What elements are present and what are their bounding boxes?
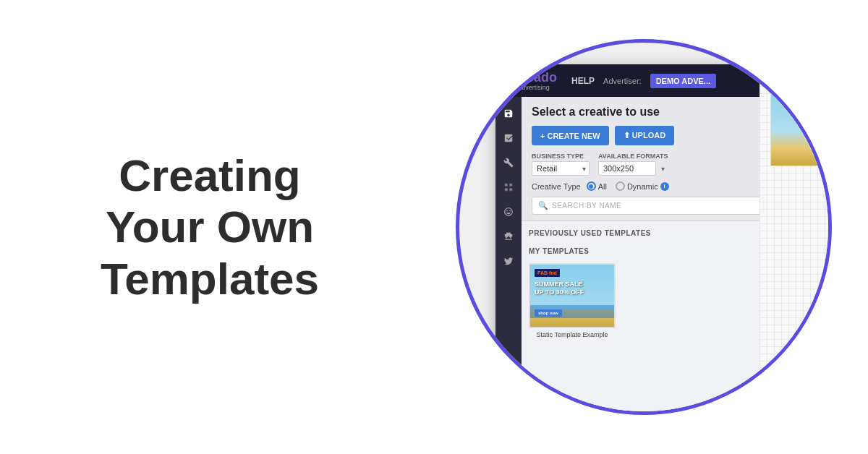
- static-badge: Static: [805, 64, 825, 74]
- search-placeholder: SEARCH BY NAME: [552, 202, 621, 210]
- nav-links: HELP: [571, 76, 595, 86]
- logo-block: adacado DIY advertising: [504, 70, 557, 91]
- left-section: Creating Your Own Templates: [0, 0, 420, 454]
- sidebar-twitter-icon[interactable]: [498, 250, 519, 272]
- sale-line1: SUMMER SALE: [535, 280, 584, 288]
- ad-logo-text: FAB: [537, 270, 548, 275]
- circle-container: adacado DIY advertising HELP Advertiser:…: [456, 39, 832, 415]
- logo-tagline: DIY advertising: [506, 84, 557, 91]
- editor-peek: 350 400 Static FABfnd S: [760, 43, 828, 411]
- right-section: adacado DIY advertising HELP Advertiser:…: [420, 0, 868, 454]
- radio-dynamic-dot: [616, 181, 625, 191]
- shop-now-btn: shop now: [535, 309, 562, 317]
- business-type-select[interactable]: Retail: [532, 161, 590, 176]
- business-type-filter: Business Type Retail: [532, 153, 590, 176]
- sale-line2: UP TO 30% OFF: [535, 288, 584, 296]
- hero-title: Creating Your Own Templates: [101, 150, 319, 304]
- ruler-mark-350: 350: [762, 46, 772, 53]
- demo-button[interactable]: DEMO ADVE...: [650, 74, 716, 88]
- template-card[interactable]: FAB fnd SUMMER SALE UP TO 30% OFF: [529, 263, 616, 338]
- my-templates-label: MY TEMPLATES: [529, 247, 589, 255]
- template-thumbnail: FAB fnd SUMMER SALE UP TO 30% OFF: [529, 263, 616, 328]
- sidebar-grid-icon[interactable]: [498, 176, 519, 198]
- radio-dynamic[interactable]: Dynamic i: [616, 181, 669, 191]
- template-thumb-inner: FAB fnd SUMMER SALE UP TO 30% OFF: [530, 265, 614, 327]
- help-link[interactable]: HELP: [571, 76, 595, 86]
- ad-preview-peek: FABfnd S: [770, 79, 828, 166]
- upload-button[interactable]: ⬆ UPLOAD: [615, 126, 675, 145]
- sidebar: [495, 97, 522, 411]
- sale-text: SUMMER SALE UP TO 30% OFF: [535, 280, 584, 296]
- svg-point-1: [506, 189, 507, 190]
- radio-group: All Dynamic i: [587, 181, 669, 191]
- hero-line1: Creating: [119, 150, 300, 200]
- ad-logo-sub: fnd: [549, 270, 557, 275]
- grid-area: Static FABfnd S: [760, 57, 828, 411]
- svg-point-2: [510, 184, 511, 186]
- creative-type-label: Creative Type: [532, 182, 581, 191]
- available-formats-filter: Available Formats 300x250: [598, 153, 668, 176]
- available-formats-label: Available Formats: [598, 153, 668, 160]
- available-formats-select[interactable]: 300x250: [598, 161, 656, 176]
- radio-all[interactable]: All: [587, 181, 607, 191]
- hero-line2: Your Own: [106, 202, 314, 252]
- create-new-button[interactable]: + CREATE NEW: [532, 126, 609, 145]
- svg-point-0: [506, 184, 507, 186]
- radio-all-dot: [587, 181, 596, 191]
- advertiser-label: Advertiser:: [603, 77, 642, 85]
- ruler-mark-400: 400: [783, 46, 793, 53]
- search-icon: 🔍: [538, 201, 548, 210]
- ruler-bar: 350 400: [760, 43, 828, 57]
- logo-ad-text: adacado: [504, 70, 557, 85]
- ad-peek-logo: FABfnd: [774, 82, 793, 88]
- info-icon: i: [660, 182, 669, 191]
- sidebar-save-icon[interactable]: [498, 103, 519, 124]
- sidebar-emoji-icon[interactable]: [498, 201, 519, 223]
- radio-dynamic-label: Dynamic: [627, 182, 658, 191]
- svg-point-3: [510, 189, 511, 190]
- sidebar-stamp-icon[interactable]: [498, 226, 519, 247]
- business-type-label: Business Type: [532, 153, 590, 160]
- ad-logo: FAB fnd: [535, 269, 560, 277]
- sidebar-tools-icon[interactable]: [498, 152, 519, 174]
- formats-select-wrapper: 300x250: [598, 161, 668, 176]
- sidebar-add-icon[interactable]: [498, 127, 519, 149]
- hero-line3: Templates: [101, 254, 319, 304]
- template-name: Static Template Example: [537, 331, 608, 338]
- radio-all-label: All: [598, 182, 607, 191]
- previously-used-label: PREVIOUSLY USED TEMPLATES: [529, 229, 651, 237]
- ad-peek-text: S: [774, 90, 778, 95]
- business-type-select-wrapper: Retail: [532, 161, 590, 176]
